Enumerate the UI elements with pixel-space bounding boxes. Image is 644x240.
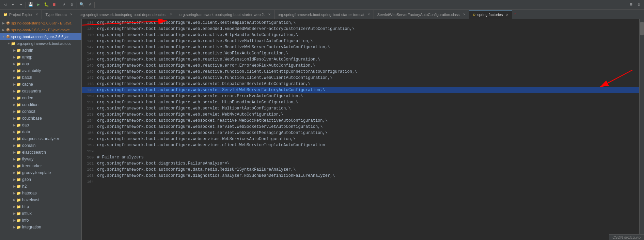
sidebar-item-diagnostics[interactable]: ▶ 📁 diagnostics.analyzer — [0, 135, 81, 142]
sidebar-item-integration[interactable]: ▶ 📁 integration — [0, 224, 81, 230]
line-content: org.springframework.boot.autoconfigure.d… — [97, 167, 639, 173]
sidebar-item-cache[interactable]: ▶ 📁 cache — [0, 81, 81, 88]
folder-icon-availability: 📁 — [16, 68, 21, 73]
sidebar-item-hateoas[interactable]: ▶ 📁 hateoas — [0, 190, 81, 196]
sidebar: ▶ 📦 spring-boot-starter-2.6.6.jar - E:\j… — [0, 19, 82, 240]
sidebar-item-context[interactable]: ▶ 📁 context — [0, 108, 81, 115]
sidebar-item-domain[interactable]: ▶ 📁 domain — [0, 142, 81, 149]
folder-icon-flyway: 📁 — [16, 157, 21, 161]
tab-project-explorer-panel[interactable]: 📁 Project Explor ✕ — [0, 10, 42, 19]
toolbar-icon-settings2[interactable]: ⚙ — [635, 1, 643, 8]
sidebar-item-batch[interactable]: ▶ 📁 batch — [0, 74, 81, 81]
tab-servlet-web-server-factory[interactable]: ServletWebServerFactoryAutoConfiguration… — [374, 10, 469, 19]
line-number: 155 — [82, 124, 97, 130]
sidebar-item-hazelcast[interactable]: ▶ 📁 hazelcast — [0, 196, 81, 203]
tab-project-explorer-label: Project Explor — [9, 13, 32, 17]
folder-icon-codec: 📁 — [16, 96, 21, 100]
sidebar-item-http[interactable]: ▶ 📁 http — [0, 203, 81, 210]
toolbar-icon-settings[interactable]: ⚙ — [68, 1, 76, 8]
toolbar-icon-undo[interactable]: ↩ — [9, 1, 17, 8]
sidebar-item-couchbase[interactable]: ▶ 📁 couchbase — [0, 115, 81, 122]
tab-spring-factories[interactable]: ⚙ spring.factories ✕ — [469, 10, 513, 19]
sidebar-label-spring-boot: spring-boot-2.6.6.jar - E:\java\mave — [11, 28, 70, 32]
code-line-160: 160# Failure analyzers — [82, 154, 639, 160]
line-number: 149 — [82, 87, 97, 93]
code-editor[interactable]: 138org.springframework.boot.autoconfigur… — [82, 19, 639, 240]
sidebar-item-h2[interactable]: ▶ 📁 h2 — [0, 183, 81, 190]
tree-arrow-gson: ▶ — [12, 177, 16, 182]
tab-project-explorer-close[interactable]: ✕ — [35, 13, 38, 16]
line-number: 143 — [82, 50, 97, 56]
folder-icon-h2: 📁 — [16, 184, 21, 189]
line-content: org.springframework.boot.autoconfigure.d… — [97, 173, 639, 179]
tab-boot-starter-web-close[interactable]: ✕ — [268, 13, 271, 16]
tree-arrow-starter: ▶ — [1, 21, 5, 25]
toolbar-icon-search[interactable]: 🔍 — [78, 1, 85, 8]
editor-scrollbar[interactable] — [639, 19, 644, 240]
sidebar-item-spring-boot-autoconfigure[interactable]: ▼ 📦 spring-boot-autoconfigure-2.6.6.jar — [0, 33, 81, 40]
tab-boot-starter-web[interactable]: org.springframework.bootspring-boot-star… — [176, 10, 274, 19]
tab-type-hierarchy-close[interactable]: ✕ — [70, 13, 73, 16]
line-number: 151 — [82, 99, 97, 105]
tab-boot-starter-tomcat-close[interactable]: ✕ — [367, 13, 370, 16]
tab-spring-factories-close[interactable]: ✕ — [506, 13, 508, 17]
sidebar-label-h2: h2 — [22, 184, 27, 189]
code-line-158: 158org.springframework.boot.autoconfigur… — [82, 142, 639, 148]
tab-arrow-indicator: ↑ — [513, 12, 517, 19]
line-content: org.springframework.boot.autoconfigure.w… — [97, 75, 639, 81]
sidebar-item-elasticsearch[interactable]: ▶ 📁 elasticsearch — [0, 149, 81, 156]
folder-icon-info: 📁 — [16, 218, 21, 223]
sidebar-item-cassandra[interactable]: ▶ 📁 cassandra — [0, 88, 81, 95]
line-content: # Failure analyzers — [97, 154, 639, 160]
sidebar-item-influx[interactable]: ▶ 📁 influx — [0, 210, 81, 217]
sidebar-item-groovy-template[interactable]: ▶ 📁 groovy.template — [0, 169, 81, 176]
tree-arrow-domain: ▶ — [12, 143, 16, 148]
sidebar-item-codec[interactable]: ▶ 📁 codec — [0, 95, 81, 101]
sidebar-item-info[interactable]: ▶ 📁 info — [0, 217, 81, 224]
toolbar-separator-3 — [77, 2, 77, 8]
tab-boot-starter-tomcat[interactable]: org.springframework.boot:spring-boot-sta… — [274, 10, 374, 19]
sidebar-item-data[interactable]: ▶ 📁 data — [0, 128, 81, 135]
tree-arrow-admin: ▶ — [12, 48, 16, 52]
line-number: 139 — [82, 26, 97, 32]
folder-icon-influx: 📁 — [16, 211, 21, 216]
toolbar-icon-redo[interactable]: ↪ — [17, 1, 25, 8]
tab-type-hierarchy[interactable]: Type Hierarc ✕ — [42, 10, 76, 19]
tab-boot-dependencies[interactable]: org.springframework.bootspring-boot-depe… — [76, 10, 176, 19]
sidebar-item-dao[interactable]: ▶ 📁 dao — [0, 122, 81, 128]
sidebar-label-hateoas: hateoas — [22, 191, 37, 195]
main-layout: ▶ 📦 spring-boot-starter-2.6.6.jar - E:\j… — [0, 19, 644, 240]
sidebar-label-amqp: amqp — [22, 55, 32, 59]
sidebar-item-aop[interactable]: ▶ 📁 aop — [0, 61, 81, 67]
sidebar-item-availability[interactable]: ▶ 📁 availability — [0, 67, 81, 74]
tab-project-explorer-icon: 📁 — [3, 13, 7, 16]
line-number: 146 — [82, 69, 97, 75]
sidebar-item-flyway[interactable]: ▶ 📁 flyway — [0, 156, 81, 162]
toolbar-icon-run[interactable]: ▶ — [35, 1, 42, 8]
sidebar-item-org-springframework[interactable]: ▼ 📁 org.springframework.boot.autocc — [0, 40, 81, 47]
sidebar-item-spring-boot[interactable]: ▶ 📦 spring-boot-2.6.6.jar - E:\java\mave — [0, 27, 81, 33]
toolbar-icon-back[interactable]: ◁ — [1, 1, 9, 8]
sidebar-item-admin[interactable]: ▶ 📁 admin — [0, 47, 81, 54]
tab-boot-dependencies-close[interactable]: ✕ — [170, 13, 172, 16]
toolbar-icon-debug[interactable]: 🐛 — [43, 1, 50, 8]
sidebar-label-flyway: flyway — [22, 157, 33, 161]
sidebar-item-gson[interactable]: ▶ 📁 gson — [0, 176, 81, 183]
line-content: org.springframework.boot.autoconfigure.w… — [97, 118, 639, 124]
code-line-141: 141org.springframework.boot.autoconfigur… — [82, 38, 639, 44]
toolbar-icon-layout[interactable]: ⊞ — [627, 1, 635, 8]
sidebar-label-domain: domain — [22, 143, 35, 148]
tab-type-hierarchy-label: Type Hierarc — [45, 13, 66, 17]
sidebar-item-freemarker[interactable]: ▶ 📁 freemarker — [0, 162, 81, 169]
toolbar-icon-build[interactable]: ⚡ — [60, 1, 68, 8]
sidebar-item-spring-boot-starter[interactable]: ▶ 📦 spring-boot-starter-2.6.6.jar - E:\j… — [0, 20, 81, 27]
sidebar-label-cache: cache — [22, 82, 33, 87]
tree-arrow-flyway: ▶ — [12, 157, 16, 161]
toolbar-icon-save[interactable]: 💾 — [27, 1, 34, 8]
tab-servlet-web-server-factory-close[interactable]: ✕ — [463, 13, 466, 16]
sidebar-item-amqp[interactable]: ▶ 📁 amqp — [0, 54, 81, 61]
toolbar-icon-stop[interactable]: ⏹ — [50, 1, 58, 8]
sidebar-item-condition[interactable]: ▶ 📁 condition — [0, 101, 81, 108]
toolbar-icon-git[interactable]: ⑂ — [86, 1, 93, 8]
code-line-147: 147org.springframework.boot.autoconfigur… — [82, 75, 639, 81]
